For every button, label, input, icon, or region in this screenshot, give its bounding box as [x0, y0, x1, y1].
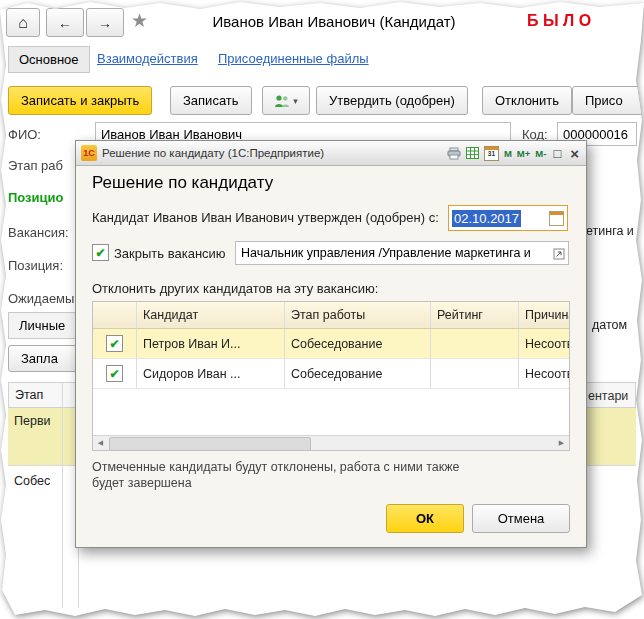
dialog-titlebar-text: Решение по кандидату (1С:Предприятие) — [102, 147, 324, 159]
date-picker-icon[interactable] — [549, 211, 564, 226]
expected-label-partial: Ожидаемы — [8, 291, 74, 306]
stage-label-partial: Этап раб — [8, 158, 63, 173]
table-row[interactable]: ✔ Петров Иван И... Собеседование Несоотв… — [93, 329, 569, 359]
bg-grid-header-fragment: ентари — [588, 389, 628, 403]
candidates-table-header: Кандидат Этап работы Рейтинг Причина — [93, 302, 569, 329]
tab-main[interactable]: Основное — [8, 46, 90, 73]
print-icon[interactable] — [447, 147, 461, 160]
was-stamp: Б Ы Л О — [527, 12, 591, 30]
cell-reason: Несоотве — [519, 329, 569, 358]
memory-plus-button[interactable]: M+ — [517, 148, 530, 159]
tab-interactions[interactable]: Взаимодействия — [97, 51, 198, 66]
memory-minus-button[interactable]: M- — [535, 148, 546, 159]
checkmark-icon: ✔ — [109, 338, 119, 350]
bg-grid-header-label: Этап — [15, 388, 43, 402]
chevron-down-icon: ▾ — [293, 96, 298, 106]
forward-button[interactable]: → — [86, 8, 124, 37]
cell-candidate: Сидоров Иван ... — [137, 359, 285, 388]
app-window: ⌂ ← → ★ Иванов Иван Иванович (Кандидат) … — [0, 0, 644, 619]
ok-button[interactable]: ОК — [386, 504, 464, 533]
personal-data-tab-partial[interactable]: Личные — [8, 312, 76, 339]
dialog-heading: Решение по кандидату — [92, 173, 273, 193]
table-row[interactable]: ✔ Сидоров Иван ... Собеседование Несоотв… — [93, 359, 569, 389]
personal-data-tab-label: Личные — [19, 318, 65, 333]
work-tab-fragment: датом — [592, 318, 627, 332]
reject-button[interactable]: Отклонить — [482, 86, 572, 115]
scroll-left-icon[interactable]: ◀ — [93, 436, 108, 450]
header-candidate[interactable]: Кандидат — [137, 302, 285, 328]
tab-attached-files[interactable]: Присоединенные файлы — [218, 51, 369, 66]
vacancy-input[interactable]: Начальник управления /Управление маркети… — [235, 241, 569, 265]
torn-paper-frame: ⌂ ← → ★ Иванов Иван Иванович (Кандидат) … — [0, 0, 644, 619]
row-checkbox[interactable]: ✔ — [106, 335, 123, 352]
dialog-titlebar[interactable]: 1С Решение по кандидату (1С:Предприятие)… — [76, 141, 586, 166]
cell-rating — [431, 329, 519, 358]
approved-date-input[interactable]: 02.10.2017 — [448, 205, 568, 231]
cell-candidate: Петров Иван И... — [137, 329, 285, 358]
cell-reason: Несоотве — [519, 359, 569, 388]
close-vacancy-checkbox[interactable]: ✔ — [92, 244, 109, 261]
position-label: Позиция: — [8, 258, 63, 273]
checkmark-icon: ✔ — [109, 368, 119, 380]
1c-logo-icon: 1С — [81, 145, 97, 161]
scrollbar-thumb[interactable] — [109, 437, 311, 451]
bg-grid-column-line — [62, 382, 63, 608]
close-icon[interactable]: × — [568, 146, 581, 161]
home-icon: ⌂ — [18, 14, 28, 32]
reject-others-label: Отклонить других кандидатов на эту вакан… — [92, 281, 378, 296]
create-based-on-button[interactable]: ▾ — [262, 86, 310, 115]
attach-button-partial[interactable]: Присо — [572, 86, 644, 115]
maximize-icon[interactable]: □ — [551, 147, 563, 160]
home-button[interactable]: ⌂ — [6, 8, 40, 37]
candidates-table: Кандидат Этап работы Рейтинг Причина ✔ П… — [92, 301, 570, 451]
scroll-right-icon[interactable]: ▶ — [554, 436, 569, 450]
row-checkbox[interactable]: ✔ — [106, 365, 123, 382]
dialog-note: Отмеченные кандидаты будут отклонены, ра… — [92, 459, 532, 492]
vacancy-field-fragment: етинга и — [586, 224, 634, 238]
cell-rating — [431, 359, 519, 388]
memory-button[interactable]: M — [504, 148, 512, 159]
save-close-button[interactable]: Записать и закрыть — [8, 86, 152, 115]
open-vacancy-icon[interactable] — [553, 246, 565, 264]
vacancy-label: Вакансия: — [8, 225, 69, 240]
back-button[interactable]: ← — [46, 8, 84, 37]
approve-button[interactable]: Утвердить (одобрен) — [316, 86, 468, 115]
people-icon — [274, 94, 290, 108]
close-vacancy-label: Закрыть вакансию — [114, 246, 226, 261]
cancel-button[interactable]: Отмена — [472, 504, 570, 533]
approved-text: Кандидат Иванов Иван Иванович утвержден … — [92, 210, 439, 225]
header-reason[interactable]: Причина — [519, 302, 569, 328]
page-title: Иванов Иван Иванович (Кандидат) — [158, 13, 510, 30]
cell-stage: Собеседование — [285, 359, 431, 388]
header-stage[interactable]: Этап работы — [285, 302, 431, 328]
positioning-section-label-partial: Позицио — [8, 190, 64, 205]
back-icon: ← — [58, 15, 72, 31]
table-settings-icon[interactable] — [466, 147, 479, 159]
cell-stage: Собеседование — [285, 329, 431, 358]
forward-icon: → — [98, 15, 112, 31]
checkmark-icon: ✔ — [95, 247, 105, 259]
fio-label: ФИО: — [8, 127, 41, 142]
approved-date-value: 02.10.2017 — [452, 210, 521, 227]
horizontal-scrollbar[interactable]: ◀ ▶ — [93, 435, 569, 450]
header-rating[interactable]: Рейтинг — [431, 302, 519, 328]
header-checkbox-column — [93, 302, 137, 328]
tab-main-label: Основное — [19, 52, 79, 67]
decision-dialog: 1С Решение по кандидату (1С:Предприятие)… — [75, 140, 587, 548]
favorite-star-icon[interactable]: ★ — [131, 9, 148, 32]
save-button[interactable]: Записать — [170, 86, 252, 115]
calendar-icon[interactable]: 31 — [484, 146, 499, 161]
